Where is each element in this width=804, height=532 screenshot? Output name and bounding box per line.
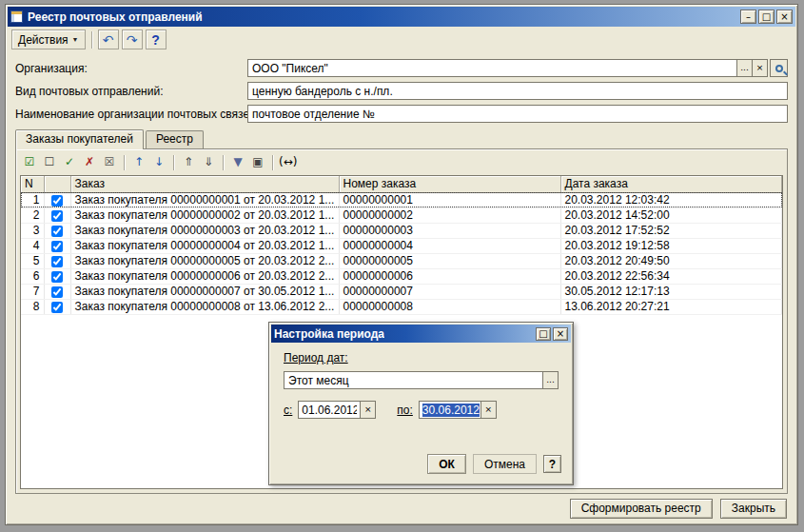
from-date-clear-button[interactable]: × [360, 402, 375, 418]
from-date-group: × [298, 401, 376, 419]
mail-type-input[interactable] [248, 83, 787, 99]
from-date-input[interactable] [299, 402, 360, 418]
check-all-icon[interactable]: ☑ [20, 153, 39, 172]
row-checkbox[interactable] [51, 302, 63, 313]
uncheck-all-icon[interactable]: ☐ [40, 153, 59, 172]
close-button[interactable]: × [776, 10, 793, 24]
table-row[interactable]: 2 Заказ покупателя 00000000002 от 20.03.… [21, 207, 782, 223]
actions-button[interactable]: Действия ▼ [11, 30, 86, 49]
row-order-cell: Заказ покупателя 00000000005 от 20.03.20… [70, 253, 339, 268]
minimize-button[interactable]: – [740, 10, 756, 24]
period-dates-row: с: × по: 30.06.2012 × [284, 401, 559, 419]
row-order-cell: Заказ покупателя 00000000003 от 20.03.20… [70, 223, 339, 238]
row-order-date-cell: 20.03.2012 17:52:52 [560, 223, 782, 238]
period-preset-row: ... [284, 371, 559, 389]
undo-button[interactable]: ↶ [98, 30, 119, 49]
organization-label: Организация: [15, 62, 247, 75]
tab-registry[interactable]: Реестр [146, 130, 204, 148]
dialog-help-button[interactable]: ? [543, 455, 561, 473]
main-toolbar: Действия ▼ ↶ ↷ ? [8, 27, 795, 52]
organization-select-button[interactable]: ... [736, 60, 752, 76]
row-checkbox[interactable] [51, 226, 63, 237]
dialog-close-button[interactable]: × [553, 327, 568, 341]
column-header-number[interactable]: Номер заказа [339, 176, 560, 192]
to-date-label: по: [397, 404, 413, 417]
ok-button[interactable]: ОК [427, 454, 466, 474]
row-order-cell: Заказ покупателя 00000000007 от 30.05.20… [70, 284, 339, 299]
mail-type-input-group [247, 82, 788, 100]
invert-check-icon[interactable]: ☒ [100, 153, 119, 172]
row-order-number-cell: 00000000001 [339, 192, 560, 207]
table-row[interactable]: 5 Заказ покупателя 00000000005 от 20.03.… [21, 253, 782, 268]
row-checkbox[interactable] [51, 286, 63, 298]
organization-input[interactable] [248, 60, 736, 76]
column-width-icon[interactable]: (↔) [278, 153, 297, 172]
chevron-down-icon: ▼ [72, 36, 79, 43]
to-date-input[interactable]: 30.06.2012 [420, 402, 480, 418]
filter-icon[interactable]: ▼ [228, 153, 247, 172]
maximize-button[interactable]: □ [758, 10, 775, 24]
period-settings-dialog: Настройка периода □ × Период дат: ... с: [268, 322, 574, 485]
column-header-flag[interactable] [44, 176, 70, 192]
sort-desc-icon[interactable]: ⇓ [199, 153, 218, 172]
dialog-maximize-button[interactable]: □ [536, 327, 551, 341]
row-flag-cell [44, 192, 70, 207]
table-row[interactable]: 1 Заказ покупателя 00000000001 от 20.03.… [21, 192, 782, 207]
column-header-date[interactable]: Дата заказа [560, 176, 782, 192]
close-window-button[interactable]: Закрыть [720, 499, 787, 519]
row-checkbox[interactable] [51, 210, 63, 222]
row-checkbox[interactable] [51, 256, 63, 267]
check-selected-icon[interactable]: ✓ [60, 153, 79, 172]
tab-customer-orders[interactable]: Заказы покупателей [15, 129, 144, 149]
toolbar-separator [223, 155, 224, 170]
row-order-date-cell: 20.03.2012 14:52:00 [560, 207, 782, 223]
row-checkbox[interactable] [51, 195, 63, 207]
cancel-button[interactable]: Отмена [473, 454, 537, 474]
table-row[interactable]: 4 Заказ покупателя 00000000004 от 20.03.… [21, 238, 782, 253]
row-number-cell: 5 [21, 253, 44, 268]
redo-button[interactable]: ↷ [122, 30, 143, 49]
row-order-date-cell: 20.03.2012 22:56:34 [560, 268, 782, 284]
generate-registry-button[interactable]: Сформировать реестр [570, 499, 713, 519]
row-number-cell: 2 [21, 207, 44, 223]
dialog-titlebar[interactable]: Настройка периода □ × [271, 325, 571, 343]
uncheck-selected-icon[interactable]: ✗ [80, 153, 99, 172]
row-number-cell: 1 [21, 192, 44, 207]
copy-icon[interactable]: ▣ [248, 153, 267, 172]
row-number-cell: 8 [21, 299, 44, 314]
move-down-icon[interactable]: ↓ [149, 153, 168, 172]
table-row[interactable]: 8 Заказ покупателя 00000000008 от 13.06.… [21, 299, 782, 314]
dialog-controls: □ × [536, 327, 568, 341]
row-order-date-cell: 20.03.2012 19:12:58 [560, 238, 782, 253]
toolbar-separator [91, 31, 92, 49]
main-titlebar[interactable]: Реестр почтовых отправлений – □ × [8, 7, 795, 27]
column-header-n[interactable]: N [21, 176, 44, 192]
row-number-cell: 4 [21, 238, 44, 253]
period-preset-group: ... [284, 371, 559, 389]
organization-open-button[interactable] [770, 59, 788, 77]
move-up-icon[interactable]: ↑ [129, 153, 148, 172]
row-checkbox[interactable] [51, 241, 63, 252]
sort-asc-icon[interactable]: ⇑ [179, 153, 198, 172]
period-preset-input[interactable] [284, 372, 542, 388]
column-header-order[interactable]: Заказ [70, 176, 339, 192]
tab-bar: Заказы покупателей Реестр [8, 128, 795, 148]
table-row[interactable]: 6 Заказ покупателя 00000000006 от 20.03.… [21, 268, 782, 284]
to-date-clear-button[interactable]: × [480, 402, 496, 418]
postal-org-row: Наименование организации почтовых связей… [15, 105, 788, 123]
table-row[interactable]: 7 Заказ покупателя 00000000007 от 30.05.… [21, 284, 782, 299]
row-flag-cell [44, 223, 70, 238]
toolbar-separator [173, 155, 174, 170]
table-row[interactable]: 3 Заказ покупателя 00000000003 от 20.03.… [21, 223, 782, 238]
row-checkbox[interactable] [51, 271, 63, 283]
period-preset-select-button[interactable]: ... [542, 372, 558, 388]
help-button[interactable]: ? [146, 30, 167, 49]
dialog-buttons: ОК Отмена ? [427, 454, 561, 474]
organization-clear-button[interactable]: × [752, 60, 767, 76]
app-icon [10, 10, 23, 23]
postal-org-input[interactable] [248, 106, 787, 122]
period-dates-label[interactable]: Период дат: [284, 351, 348, 365]
window-footer: Сформировать реестр Закрыть [8, 494, 795, 522]
row-number-cell: 3 [21, 223, 44, 238]
row-order-number-cell: 00000000005 [339, 253, 560, 268]
